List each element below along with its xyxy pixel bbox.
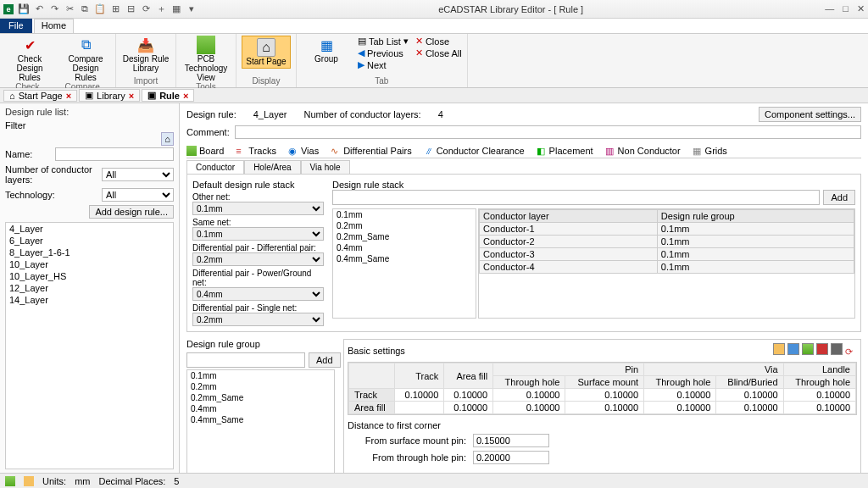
tool-icon[interactable]: ⊞	[110, 4, 120, 14]
refresh-icon[interactable]: ⟳	[141, 4, 151, 14]
list-item[interactable]: 14_Layer	[6, 294, 173, 306]
status-icon[interactable]	[24, 476, 34, 486]
dp-pg-select[interactable]: 0.4mm	[192, 287, 324, 301]
filter-toggle-icon[interactable]: ⌂	[161, 132, 174, 146]
tab-board[interactable]: Board	[186, 146, 224, 156]
tab-list-button[interactable]: ▤Tab List▾	[358, 36, 409, 47]
document-tabs: ⌂Start Page× ▣Library× ▣Rule×	[0, 88, 868, 103]
color-swatch[interactable]	[816, 343, 828, 355]
dist-sm-input[interactable]	[473, 434, 549, 447]
list-item[interactable]: 12_Layer	[6, 282, 173, 294]
subtab-holearea[interactable]: Hole/Area	[244, 160, 300, 175]
list-item[interactable]: 4_Layer	[6, 223, 173, 235]
paste-icon[interactable]: 📋	[95, 4, 105, 14]
other-net-select[interactable]: 0.1mm	[192, 202, 324, 215]
start-page-button[interactable]: ⌂Start Page	[242, 36, 291, 69]
rule-group-input[interactable]	[186, 352, 305, 368]
close-icon[interactable]: ×	[129, 91, 134, 101]
tab-conductor-clearance[interactable]: ⫽Conductor Clearance	[424, 146, 525, 156]
tab-nonconductor[interactable]: ▥Non Conductor	[605, 146, 681, 156]
nonconductor-icon: ▥	[605, 146, 615, 156]
compare-design-rules-button[interactable]: ⧉Compare Design Rules	[61, 36, 110, 82]
list-item[interactable]: 0.2mm	[187, 381, 334, 392]
previous-tab-button[interactable]: ◀Previous	[358, 47, 409, 58]
component-settings-button[interactable]: Component settings...	[759, 107, 861, 122]
list-item[interactable]: 0.4mm	[333, 242, 476, 253]
placement-icon: ◧	[537, 146, 547, 156]
color-swatch[interactable]	[773, 343, 785, 355]
list-item[interactable]: 0.2mm_Same	[187, 392, 334, 403]
grid-icon[interactable]: ▦	[171, 4, 181, 14]
list-item[interactable]: 0.4mm	[187, 403, 334, 414]
tab-rule[interactable]: ▣Rule×	[142, 89, 194, 102]
table-row[interactable]: Conductor-10.1mm	[480, 223, 854, 236]
add-icon[interactable]: ＋	[156, 4, 166, 14]
save-icon[interactable]: 💾	[19, 4, 29, 14]
technology-select[interactable]: All	[102, 188, 174, 202]
color-swatch[interactable]	[787, 343, 799, 355]
tab-vias[interactable]: ◉Vias	[288, 146, 319, 156]
tab-diffpairs[interactable]: ∿Differential Pairs	[331, 146, 412, 156]
check-design-rules-button[interactable]: ✔Check Design Rules	[5, 36, 54, 82]
dp-pg-label: Differential pair - Power/Ground net:	[192, 269, 324, 287]
file-menu[interactable]: File	[0, 19, 32, 33]
same-net-select[interactable]: 0.1mm	[192, 227, 324, 241]
add-design-rule-button[interactable]: Add design rule...	[89, 205, 174, 219]
list-item[interactable]: 0.1mm	[333, 209, 476, 220]
subtab-viahole[interactable]: Via hole	[301, 160, 350, 175]
list-item[interactable]: 0.4mm_Same	[333, 253, 476, 264]
redo-icon[interactable]: ↷	[49, 4, 59, 14]
list-item[interactable]: 6_Layer	[6, 235, 173, 247]
list-item[interactable]: 0.1mm	[187, 370, 334, 381]
table-row[interactable]: Track 0.100000.10000 0.100000.10000 0.10…	[349, 389, 856, 402]
table-row[interactable]: Conductor-30.1mm	[480, 248, 854, 261]
close-tab-button[interactable]: ✕Close	[415, 36, 462, 47]
design-rule-library-button[interactable]: 📥Design Rule Library	[121, 36, 170, 73]
rule-stack-input[interactable]	[332, 190, 820, 205]
color-swatch[interactable]	[802, 343, 814, 355]
tab-placement[interactable]: ◧Placement	[537, 146, 593, 156]
dist-sm-label: From surface mount pin:	[348, 435, 466, 446]
cut-icon[interactable]: ✂	[64, 4, 75, 14]
undo-icon[interactable]: ↶	[34, 4, 44, 14]
rule-stack-add-button[interactable]: Add	[823, 190, 855, 205]
copy-icon[interactable]: ⧉	[80, 4, 90, 14]
list-item[interactable]: 8_Layer_1-6-1	[6, 247, 173, 258]
table-row[interactable]: Area fill 0.10000 0.100000.10000 0.10000…	[349, 402, 856, 414]
status-icon[interactable]	[5, 476, 15, 486]
comment-input[interactable]	[235, 125, 861, 139]
refresh-icon[interactable]: ⟳	[845, 347, 857, 358]
list-item[interactable]: 10_Layer	[6, 258, 173, 270]
dist-th-input[interactable]	[473, 451, 549, 464]
tab-tracks[interactable]: ≡Tracks	[236, 146, 276, 156]
pcb-tech-view-button[interactable]: PCB Technology View	[181, 36, 231, 82]
close-icon[interactable]: ×	[66, 91, 71, 101]
color-swatch[interactable]	[831, 343, 843, 355]
close-icon[interactable]: ✕	[857, 3, 865, 14]
subtab-conductor[interactable]: Conductor	[186, 160, 244, 175]
home-tab[interactable]: Home	[34, 19, 74, 33]
list-item[interactable]: 0.4mm_Same	[187, 414, 334, 425]
close-all-button[interactable]: ✕Close All	[415, 47, 462, 58]
tracks-icon: ≡	[236, 146, 246, 156]
tool2-icon[interactable]: ⊟	[125, 4, 136, 14]
close-icon[interactable]: ×	[183, 91, 188, 101]
dp-dp-select[interactable]: 0.2mm	[192, 252, 324, 266]
tab-grids[interactable]: ▦Grids	[693, 146, 727, 156]
next-tab-button[interactable]: ▶Next	[358, 59, 409, 70]
more-icon[interactable]: ▾	[186, 4, 197, 14]
nlayers-select[interactable]: All	[102, 168, 174, 181]
tab-start-page[interactable]: ⌂Start Page×	[3, 90, 77, 102]
maximize-icon[interactable]: □	[843, 3, 849, 14]
rule-group-add-button[interactable]: Add	[309, 352, 341, 368]
minimize-icon[interactable]: —	[825, 3, 834, 14]
name-input[interactable]	[55, 147, 174, 161]
table-row[interactable]: Conductor-40.1mm	[480, 261, 854, 274]
dp-sn-select[interactable]: 0.2mm	[192, 313, 324, 326]
list-item[interactable]: 0.2mm_Same	[333, 231, 476, 242]
table-row[interactable]: Conductor-20.1mm	[480, 236, 854, 248]
group-button[interactable]: ▦Group	[302, 36, 351, 64]
tab-library[interactable]: ▣Library×	[79, 89, 140, 102]
list-item[interactable]: 10_Layer_HS	[6, 270, 173, 282]
list-item[interactable]: 0.2mm	[333, 220, 476, 231]
